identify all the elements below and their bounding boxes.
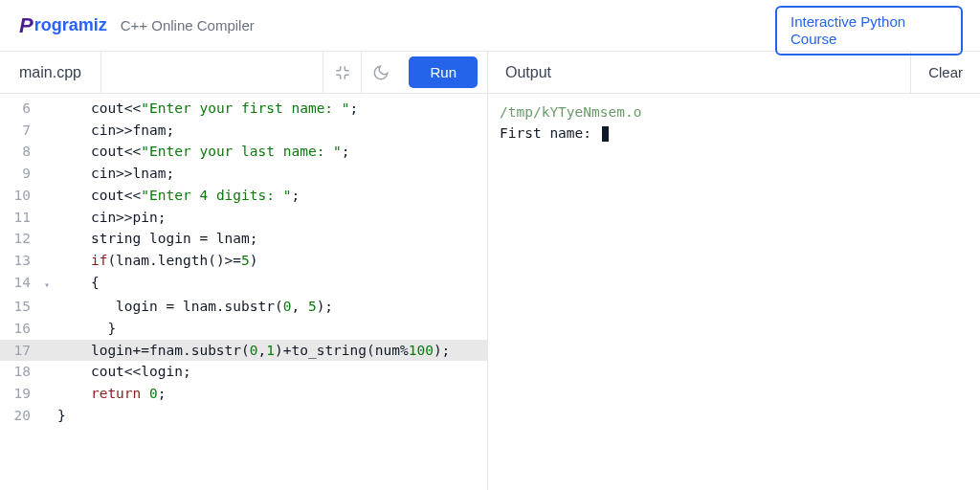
fold-icon: [44, 120, 57, 142]
fold-icon: [44, 383, 57, 405]
code-text: cin>>lnam;: [57, 163, 174, 185]
line-number: 6: [0, 98, 44, 120]
line-number: 9: [0, 163, 44, 185]
code-line[interactable]: 16 }: [0, 318, 487, 340]
line-number: 13: [0, 250, 44, 272]
fold-icon: [44, 296, 57, 318]
line-number: 14: [0, 272, 44, 297]
code-text: cout<<"Enter 4 digits: ";: [57, 185, 300, 207]
code-text: string login = lnam;: [57, 228, 258, 250]
line-number: 7: [0, 120, 44, 142]
cursor-icon: [602, 126, 609, 142]
code-line[interactable]: 15 login = lnam.substr(0, 5);: [0, 296, 487, 318]
code-text: cin>>pin;: [57, 207, 167, 229]
code-line[interactable]: 19 return 0;: [0, 383, 487, 405]
code-line[interactable]: 9 cin>>lnam;: [0, 163, 487, 185]
file-tab[interactable]: main.cpp: [0, 52, 101, 93]
fold-icon: [44, 340, 57, 362]
code-text: return 0;: [57, 383, 167, 405]
code-text: if(lnam.length()>=5): [57, 250, 258, 272]
line-number: 16: [0, 318, 44, 340]
code-line[interactable]: 7 cin>>fnam;: [0, 120, 487, 142]
code-line[interactable]: 13 if(lnam.length()>=5): [0, 250, 487, 272]
promo-banner[interactable]: Interactive Python Course: [775, 6, 963, 56]
promo-line2: Course: [791, 31, 947, 48]
fold-icon: [44, 405, 57, 427]
line-number: 18: [0, 361, 44, 383]
terminal-line: /tmp/kYTyeNmsem.o: [500, 101, 969, 122]
logo-icon: P: [19, 13, 33, 38]
editor-toolbar: main.cpp Run: [0, 52, 487, 94]
code-text: cout<<login;: [57, 361, 191, 383]
logo-text: rogramiz: [34, 15, 107, 35]
code-line[interactable]: 17 login+=fnam.substr(0,1)+to_string(num…: [0, 340, 487, 362]
fold-icon: [44, 207, 57, 229]
main: main.cpp Run 6 cout<<"Enter your first n…: [0, 52, 980, 490]
line-number: 12: [0, 228, 44, 250]
line-number: 19: [0, 383, 44, 405]
fold-icon[interactable]: ▾: [44, 272, 57, 297]
run-button[interactable]: Run: [409, 56, 478, 88]
fold-icon: [44, 141, 57, 163]
code-text: cout<<"Enter your last name: ";: [57, 141, 350, 163]
code-line[interactable]: 14▾ {: [0, 272, 487, 297]
code-line[interactable]: 8 cout<<"Enter your last name: ";: [0, 141, 487, 163]
code-line[interactable]: 11 cin>>pin;: [0, 207, 487, 229]
clear-button[interactable]: Clear: [910, 52, 980, 94]
code-text: login = lnam.substr(0, 5);: [57, 296, 333, 318]
line-number: 11: [0, 207, 44, 229]
code-text: {: [57, 272, 100, 297]
terminal[interactable]: /tmp/kYTyeNmsem.o First name:: [488, 94, 980, 490]
line-number: 20: [0, 405, 44, 427]
editor-pane: main.cpp Run 6 cout<<"Enter your first n…: [0, 52, 488, 490]
code-line[interactable]: 20}: [0, 405, 487, 427]
code-line[interactable]: 6 cout<<"Enter your first name: ";: [0, 98, 487, 120]
minimize-icon[interactable]: [323, 52, 361, 94]
code-text: }: [57, 405, 66, 427]
output-pane: Output Clear /tmp/kYTyeNmsem.o First nam…: [488, 52, 980, 490]
promo-line1: Interactive Python: [791, 13, 947, 31]
code-line[interactable]: 18 cout<<login;: [0, 361, 487, 383]
fold-icon: [44, 228, 57, 250]
code-text: cout<<"Enter your first name: ";: [57, 98, 358, 120]
header: Programiz C++ Online Compiler Interactiv…: [0, 0, 980, 52]
page-title: C++ Online Compiler: [121, 17, 255, 33]
fold-icon: [44, 185, 57, 207]
line-number: 15: [0, 296, 44, 318]
fold-icon: [44, 361, 57, 383]
line-number: 8: [0, 141, 44, 163]
code-text: login+=fnam.substr(0,1)+to_string(num%10…: [57, 340, 450, 362]
output-toolbar: Output Clear: [488, 52, 980, 94]
output-label: Output: [488, 52, 910, 94]
theme-icon[interactable]: [361, 52, 399, 94]
code-text: }: [57, 318, 116, 340]
line-number: 17: [0, 340, 44, 362]
terminal-line: First name:: [500, 122, 969, 144]
fold-icon: [44, 98, 57, 120]
fold-icon: [44, 250, 57, 272]
code-editor[interactable]: 6 cout<<"Enter your first name: ";7 cin>…: [0, 94, 487, 490]
code-line[interactable]: 10 cout<<"Enter 4 digits: ";: [0, 185, 487, 207]
code-line[interactable]: 12 string login = lnam;: [0, 228, 487, 250]
code-text: cin>>fnam;: [57, 120, 174, 142]
fold-icon: [44, 163, 57, 185]
fold-icon: [44, 318, 57, 340]
logo[interactable]: Programiz: [19, 13, 107, 38]
line-number: 10: [0, 185, 44, 207]
